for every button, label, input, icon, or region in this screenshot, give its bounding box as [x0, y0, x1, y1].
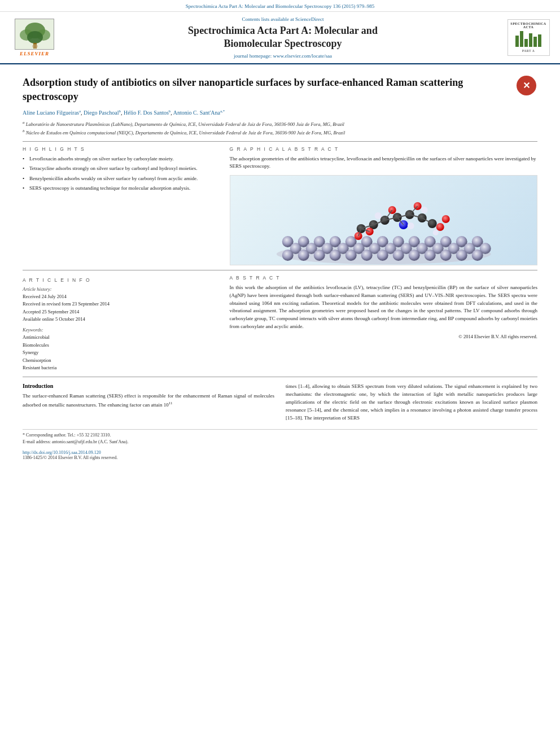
svg-point-45	[456, 250, 467, 261]
paper-title-section: Adsorption study of antibiotics on silve…	[23, 76, 537, 104]
journal-logo-right: SPECTROCHIMICAACTA PART A	[506, 19, 551, 56]
keyword-4: Chemisorption	[23, 357, 218, 365]
authors-line: Aline Luciano Filgueirasa, Diego Paschoa…	[23, 108, 537, 117]
introduction-title: Introduction	[23, 383, 274, 389]
graphical-abstract-label: G R A P H I C A L A B S T R A C T	[230, 146, 537, 152]
author-3: Hélio F. Dos Santos	[124, 110, 169, 116]
abstract-section: A B S T R A C T In this work the adsorpt…	[230, 275, 537, 372]
svg-point-61	[374, 212, 381, 219]
abstract-label: A B S T R A C T	[230, 275, 537, 281]
elsevier-tree-image	[15, 19, 54, 50]
keyword-2: Biomolecules	[23, 342, 218, 350]
keywords-label: Keywords:	[23, 327, 218, 333]
email-note: E-mail address: antonio.sant@ufjf.edu.br…	[23, 439, 537, 445]
sca-bar-6	[538, 34, 541, 47]
svg-point-35	[298, 250, 309, 261]
main-body: Introduction The surface-enhanced Raman …	[23, 383, 537, 422]
article-info-label: A R T I C L E I N F O	[23, 277, 218, 283]
svg-point-40	[377, 250, 388, 261]
sca-bars-chart	[515, 30, 541, 47]
svg-point-43	[424, 250, 435, 261]
article-info-abstract-row: A R T I C L E I N F O Article history: R…	[23, 275, 537, 372]
highlight-item-1: Levofloxacin adsorbs strongly on silver …	[23, 155, 218, 163]
sca-logo-box: SPECTROCHIMICAACTA PART A	[508, 19, 550, 56]
intro-paragraph-1: The surface-enhanced Raman scattering (S…	[23, 392, 274, 409]
intro-right-col: times [1–4], allowing to obtain SERS spe…	[286, 383, 537, 422]
highlights-graphical-row: H I G H L I G H T S Levofloxacin adsorbs…	[23, 146, 537, 265]
elsevier-logo: ELSEVIER	[9, 19, 60, 56]
sciencedirect-link[interactable]: ScienceDirect	[295, 16, 323, 22]
svg-point-59	[441, 215, 449, 223]
received-date: Received 24 July 2014	[23, 293, 218, 301]
svg-point-44	[440, 250, 451, 261]
svg-point-4	[27, 31, 43, 43]
molecule-visualization	[230, 175, 537, 265]
graphical-abstract-text: The adsorption geometries of the antibio…	[230, 155, 537, 171]
crossmark-icon: ✕	[517, 76, 536, 95]
svg-point-46	[471, 250, 483, 261]
svg-point-34	[282, 250, 293, 261]
superscript-11: 11	[169, 401, 173, 405]
svg-point-64	[432, 230, 438, 235]
contents-availability-line: Contents lists available at ScienceDirec…	[65, 16, 500, 22]
footnote-area: * Corresponding author. Tel.: +55 32 210…	[23, 429, 537, 445]
journal-homepage: journal homepage: www.elsevier.com/locat…	[65, 53, 500, 59]
svg-point-41	[392, 250, 404, 261]
svg-point-42	[408, 250, 419, 261]
keyword-1: Antimicrobial	[23, 334, 218, 342]
article-info-section: A R T I C L E I N F O Article history: R…	[23, 277, 218, 372]
sca-bar-2	[520, 31, 523, 47]
elsevier-brand-text: ELSEVIER	[20, 51, 49, 56]
svg-point-37	[329, 250, 340, 261]
divider-1	[23, 141, 537, 142]
svg-point-63	[421, 207, 427, 213]
highlight-item-2: Tetracycline adsorbs strongly on silver …	[23, 165, 218, 172]
highlights-label: H I G H L I G H T S	[23, 146, 218, 152]
author-4: Antonio C. Sant'Ana	[173, 110, 220, 116]
keywords-list: Antimicrobial Biomolecules Synergy Chemi…	[23, 334, 218, 372]
highlight-item-3: Benzylpenicillin adsorbs weakly on silve…	[23, 175, 218, 182]
doi-url-1[interactable]: http://dx.doi.org/10.1016/j.saa.2014.09.…	[23, 450, 537, 455]
journal-header: ELSEVIER Contents lists available at Sci…	[0, 12, 560, 64]
intro-left-col: Introduction The surface-enhanced Raman …	[23, 383, 274, 422]
svg-point-6	[32, 44, 38, 49]
affiliation-b: b Núcleo de Estudos em Química computaci…	[23, 128, 537, 137]
highlights-section: H I G H L I G H T S Levofloxacin adsorbs…	[23, 146, 218, 265]
journal-citation-bar: Spectrochimica Acta Part A: Molecular an…	[0, 0, 560, 12]
keyword-3: Synergy	[23, 349, 218, 357]
svg-point-36	[313, 250, 325, 261]
divider-3	[23, 377, 537, 377]
intro-two-col: Introduction The surface-enhanced Raman …	[23, 383, 537, 422]
molecule-svg	[230, 175, 537, 265]
svg-point-58	[436, 223, 444, 231]
highlight-item-4: SERS spectroscopy is outstanding techniq…	[23, 185, 218, 192]
journal-main-title: Spectrochimica Acta Part A: Molecular an…	[65, 24, 500, 51]
journal-title-block: Contents lists available at ScienceDirec…	[65, 16, 500, 59]
article-history-label: Article history:	[23, 286, 218, 292]
paper-title: Adsorption study of antibiotics on silve…	[23, 76, 509, 104]
intro-paragraph-2: times [1–4], allowing to obtain SERS spe…	[286, 383, 537, 422]
accepted-date: Accepted 25 September 2014	[23, 308, 218, 316]
svg-point-62	[407, 222, 414, 229]
article-dates: Received 24 July 2014 Received in revise…	[23, 293, 218, 324]
doi-url-2: 1386-1425/© 2014 Elsevier B.V. All right…	[23, 455, 537, 460]
sca-bar-4	[529, 33, 532, 47]
abstract-text: In this work the adsorption of the antib…	[230, 284, 537, 341]
journal-citation-text: Spectrochimica Acta Part A: Molecular an…	[186, 3, 374, 9]
available-date: Available online 5 October 2014	[23, 316, 218, 324]
graphical-abstract-section: G R A P H I C A L A B S T R A C T The ad…	[230, 146, 537, 265]
paper-content: Adsorption study of antibiotics on silve…	[0, 64, 560, 460]
corresponding-author-note: * Corresponding author. Tel.: +55 32 210…	[23, 432, 537, 439]
svg-point-39	[361, 250, 372, 261]
affiliation-a: a Laboratório de Nanoestrutura Plasmônic…	[23, 120, 537, 128]
sca-bar-3	[524, 39, 528, 47]
keyword-5: Resistant bacteria	[23, 364, 218, 372]
svg-point-38	[345, 250, 356, 261]
divider-2	[23, 270, 537, 270]
author-1: Aline Luciano Filgueiras	[23, 110, 79, 116]
revised-date: Received in revised form 23 September 20…	[23, 300, 218, 308]
highlights-list: Levofloxacin adsorbs strongly on silver …	[23, 155, 218, 192]
author-2: Diego Paschoal	[84, 110, 119, 116]
doi-area: http://dx.doi.org/10.1016/j.saa.2014.09.…	[23, 450, 537, 460]
sca-bar-5	[533, 37, 537, 47]
